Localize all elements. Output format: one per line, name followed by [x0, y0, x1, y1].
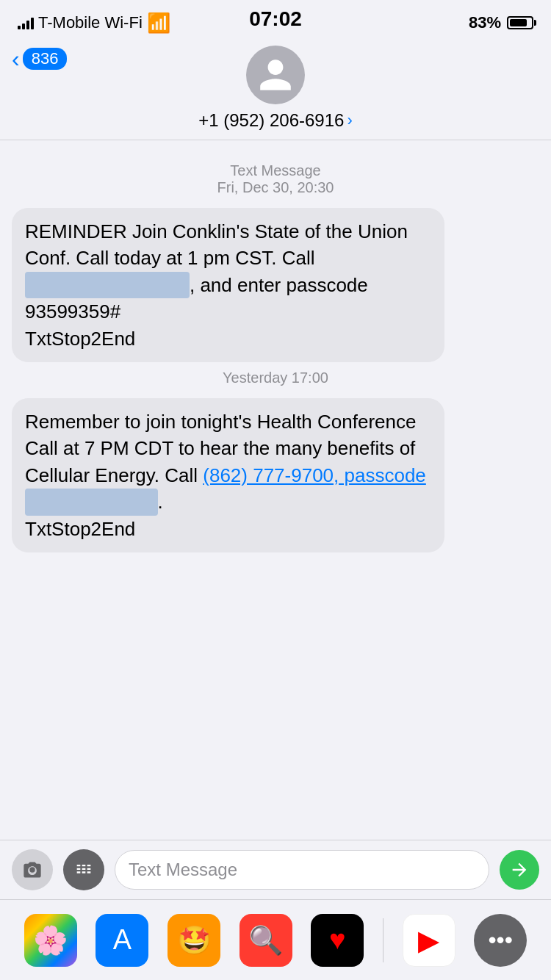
person-icon: [256, 56, 295, 94]
status-bar: T-Mobile Wi-Fi 📶 07:02 83%: [0, 0, 551, 40]
timestamp-1: Text MessageFri, Dec 30, 20:30: [12, 162, 539, 196]
dock-photos[interactable]: 🌸: [24, 914, 77, 967]
message-input[interactable]: Text Message: [115, 850, 489, 890]
heart-icon: ♥: [329, 924, 346, 956]
timestamp-2: Yesterday 17:00: [12, 370, 539, 386]
redacted-text-1: [25, 272, 190, 298]
camera-button[interactable]: [12, 849, 53, 890]
carrier-label: T-Mobile Wi-Fi: [38, 13, 143, 32]
camera-icon: [22, 860, 43, 880]
send-icon: [509, 860, 530, 880]
contact-phone[interactable]: +1 (952) 206-6916 ›: [198, 110, 352, 131]
back-badge-count: 836: [23, 48, 68, 70]
status-right: 83%: [469, 13, 533, 32]
info-chevron-icon: ›: [347, 111, 352, 130]
dock-more[interactable]: •••: [474, 914, 527, 967]
phone-number: +1 (952) 206-6916: [198, 110, 344, 131]
message-bubble-1: REMINDER Join Conklin's State of the Uni…: [12, 208, 444, 362]
photos-icon: 🌸: [33, 924, 68, 956]
dock-emoji[interactable]: 🤩: [168, 914, 220, 967]
send-button[interactable]: [500, 850, 539, 890]
apps-button[interactable]: [63, 849, 104, 890]
status-left: T-Mobile Wi-Fi 📶: [18, 12, 170, 35]
message-bubble-2: Remember to join tonight's Health Confer…: [12, 398, 444, 552]
wifi-icon: 📶: [147, 12, 170, 35]
back-button[interactable]: ‹ 836: [12, 47, 67, 71]
dock-youtube[interactable]: ▶: [403, 914, 455, 967]
youtube-icon: ▶: [418, 924, 439, 956]
emoji-face-icon: 🤩: [177, 924, 212, 956]
appstore-icon: A: [113, 924, 132, 956]
battery-percent: 83%: [469, 13, 501, 32]
avatar: [246, 46, 305, 104]
dock-divider: [383, 918, 383, 962]
message-header: ‹ 836 +1 (952) 206-6916 ›: [0, 40, 551, 140]
messages-area: Text MessageFri, Dec 30, 20:30 REMINDER …: [0, 140, 551, 801]
phone-link[interactable]: (862) 777-9700, passcode: [203, 464, 426, 486]
dock: 🌸 A 🤩 🔍 ♥ ▶ •••: [0, 899, 551, 980]
dock-search[interactable]: 🔍: [240, 914, 292, 967]
redacted-text-2: [25, 489, 158, 515]
more-icon: •••: [488, 926, 513, 954]
battery-icon: [507, 16, 533, 29]
signal-icon: [18, 16, 34, 29]
input-bar: Text Message: [0, 840, 551, 899]
search-icon: 🔍: [248, 924, 283, 956]
message-input-placeholder: Text Message: [129, 860, 237, 880]
back-chevron-icon: ‹: [12, 47, 20, 71]
dock-appstore[interactable]: A: [96, 914, 148, 967]
apps-icon: [73, 860, 94, 880]
status-time: 07:02: [249, 7, 302, 31]
dock-heart[interactable]: ♥: [311, 914, 364, 967]
